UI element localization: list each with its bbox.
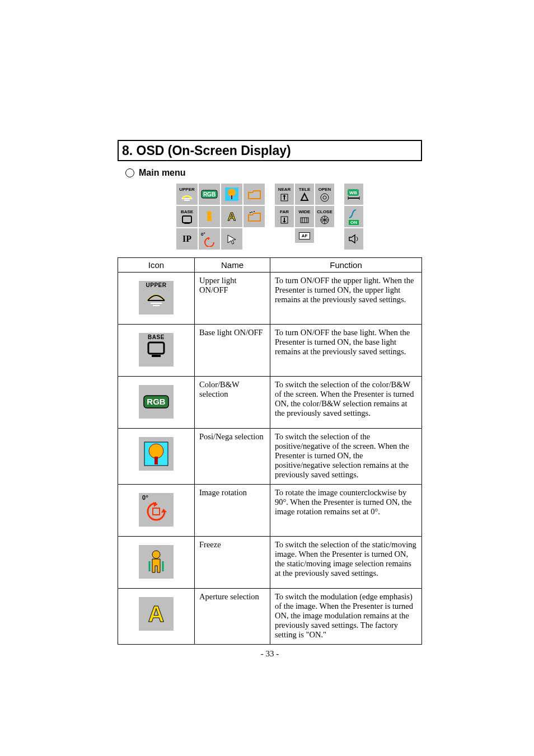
row-name: Base light ON/OFF bbox=[195, 325, 270, 377]
osd-close-icon: CLOSE bbox=[315, 206, 334, 227]
svg-rect-25 bbox=[148, 342, 164, 354]
row-name: Posi/Nega selection bbox=[195, 429, 270, 485]
osd-wb-icon: WB bbox=[344, 184, 363, 205]
upper-light-glyph bbox=[180, 192, 194, 202]
table-row: BASE Base light ON/OFF To turn ON/OFF th… bbox=[118, 325, 422, 377]
svg-rect-8 bbox=[207, 215, 212, 221]
row-function: To turn ON/OFF the base light. When the … bbox=[270, 325, 422, 377]
osd-af-icon: AF bbox=[295, 228, 314, 243]
osd-group-left: UPPER RGB BASE bbox=[176, 184, 265, 250]
folder-dot-glyph bbox=[247, 210, 261, 223]
svg-point-33 bbox=[152, 551, 160, 558]
osd-ip-icon: IP bbox=[176, 228, 198, 250]
svg-point-14 bbox=[321, 194, 329, 201]
page-number: - 33 - bbox=[118, 649, 422, 659]
aperture-a-glyph: A bbox=[228, 210, 236, 223]
freeze-glyph-small bbox=[203, 210, 216, 223]
rotate-glyph-small bbox=[203, 237, 216, 247]
wb-glyph: WB bbox=[346, 188, 362, 200]
document-page: 8. OSD (On-Screen Display) Main menu UPP… bbox=[0, 0, 534, 681]
section-title-box: 8. OSD (On-Screen Display) bbox=[118, 140, 422, 161]
svg-text:RGB: RGB bbox=[203, 191, 216, 198]
section-title: 8. OSD (On-Screen Display) bbox=[122, 143, 291, 158]
aperture-icon: A bbox=[139, 597, 174, 631]
row-function: To turn ON/OFF the upper light. When the… bbox=[270, 273, 422, 325]
svg-point-11 bbox=[254, 211, 255, 212]
osd-near-icon: NEAR bbox=[275, 184, 294, 205]
osd-speaker-icon bbox=[344, 228, 363, 250]
osd-open-icon: OPEN bbox=[315, 184, 334, 205]
osd-gamma-icon: ON bbox=[344, 206, 363, 227]
row-function: To switch the selection of the static/mo… bbox=[270, 537, 422, 589]
osd-posinega-small-icon bbox=[221, 184, 242, 205]
wide-glyph bbox=[299, 214, 310, 224]
osd-rotate-small-icon: 0° bbox=[199, 228, 220, 250]
osd-group-right: WB ON bbox=[344, 184, 363, 250]
upper-light-icon: UPPER bbox=[139, 281, 174, 314]
svg-rect-4 bbox=[231, 195, 232, 199]
freeze-icon bbox=[139, 545, 174, 579]
osd-folder2-icon bbox=[243, 206, 265, 227]
upper-light-glyph-large bbox=[144, 288, 168, 307]
tele-glyph bbox=[299, 192, 310, 202]
far-glyph bbox=[279, 214, 289, 224]
row-name: Aperture selection bbox=[195, 589, 270, 645]
osd-base-light-icon: BASE bbox=[176, 206, 198, 227]
gamma-glyph bbox=[347, 209, 360, 220]
svg-point-7 bbox=[207, 211, 212, 215]
th-name: Name bbox=[195, 258, 270, 273]
svg-point-9 bbox=[250, 212, 251, 213]
osd-rgb-icon: RGB bbox=[199, 184, 220, 205]
row-function: To switch the selection of the color/B&W… bbox=[270, 377, 422, 429]
osd-far-icon: FAR bbox=[275, 206, 294, 227]
svg-rect-31 bbox=[154, 457, 158, 464]
row-name: Color/B&W selection bbox=[195, 377, 270, 429]
row-name: Image rotation bbox=[195, 485, 270, 537]
row-function: To rotate the image counterclockwise by … bbox=[270, 485, 422, 537]
table-row: UPPER Upper light ON/OFF To turn ON/OFF … bbox=[118, 273, 422, 325]
rgb-icon: RGB bbox=[139, 385, 174, 419]
svg-rect-32 bbox=[153, 508, 160, 515]
osd-wide-icon: WIDE bbox=[295, 206, 314, 227]
base-light-glyph-large bbox=[144, 340, 168, 359]
table-row: Freeze To switch the selection of the st… bbox=[118, 537, 422, 589]
rotate-glyph-large bbox=[144, 501, 168, 521]
posinega-icon bbox=[139, 437, 174, 471]
osd-pointer-icon bbox=[221, 228, 242, 250]
subsection-label: Main menu bbox=[139, 168, 186, 178]
pointer-glyph bbox=[226, 233, 238, 245]
svg-rect-6 bbox=[184, 223, 190, 224]
freeze-glyph-large bbox=[145, 549, 167, 575]
folder-glyph bbox=[247, 188, 261, 200]
osd-folder1-icon bbox=[243, 184, 265, 205]
base-light-icon: BASE bbox=[139, 333, 174, 367]
table-row: A Aperture selection To switch the modul… bbox=[118, 589, 422, 645]
svg-text:WB: WB bbox=[349, 190, 357, 195]
th-function: Function bbox=[270, 258, 422, 273]
row-name: Upper light ON/OFF bbox=[195, 273, 270, 325]
osd-upper-light-icon: UPPER bbox=[176, 184, 198, 205]
table-row: RGB Color/B&W selection To switch the se… bbox=[118, 377, 422, 429]
row-name: Freeze bbox=[195, 537, 270, 589]
svg-point-3 bbox=[228, 189, 236, 196]
svg-point-15 bbox=[323, 196, 326, 199]
table-row: Posi/Nega selection To switch the select… bbox=[118, 429, 422, 485]
tree-glyph-large bbox=[143, 441, 169, 467]
osd-group-center: NEAR TELE OPEN FAR WIDE bbox=[275, 184, 334, 250]
speaker-glyph bbox=[347, 233, 360, 245]
svg-point-10 bbox=[251, 212, 252, 213]
svg-text:RGB: RGB bbox=[147, 397, 166, 406]
tree-glyph-small bbox=[225, 187, 238, 201]
iris-open-glyph bbox=[319, 192, 330, 202]
row-function: To switch the selection of the positive/… bbox=[270, 429, 422, 485]
svg-rect-26 bbox=[152, 355, 161, 357]
osd-aperture-small-icon: A bbox=[221, 206, 242, 227]
osd-tele-icon: TELE bbox=[295, 184, 314, 205]
svg-rect-5 bbox=[182, 216, 191, 223]
iris-close-glyph bbox=[319, 214, 330, 224]
aperture-a-glyph-large: A bbox=[148, 603, 165, 625]
rgb-glyph: RGB bbox=[201, 188, 218, 200]
rgb-glyph-large: RGB bbox=[142, 392, 170, 411]
osd-freeze-small-icon bbox=[199, 206, 220, 227]
osd-figure: UPPER RGB BASE bbox=[118, 184, 422, 250]
